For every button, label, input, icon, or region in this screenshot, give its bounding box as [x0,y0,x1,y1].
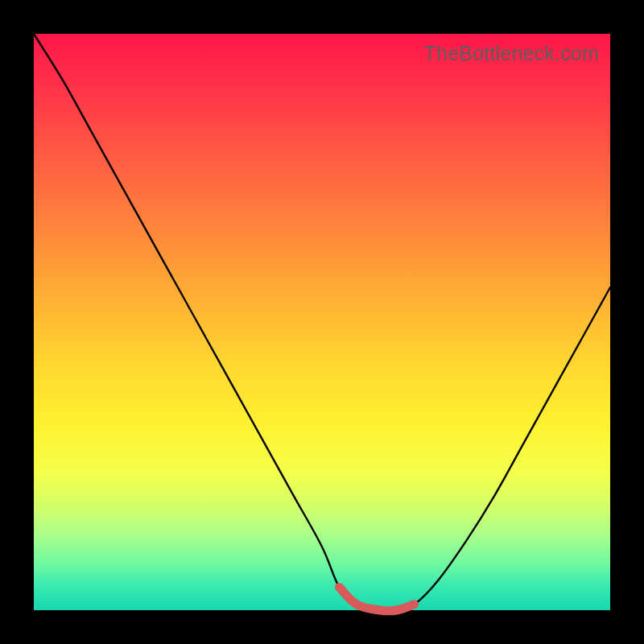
plot-area: TheBottleneck.com [34,34,610,610]
bottleneck-curve [34,34,610,611]
chart-frame: TheBottleneck.com [0,0,644,644]
curve-layer [34,34,610,610]
optimal-range-highlight [340,587,415,611]
